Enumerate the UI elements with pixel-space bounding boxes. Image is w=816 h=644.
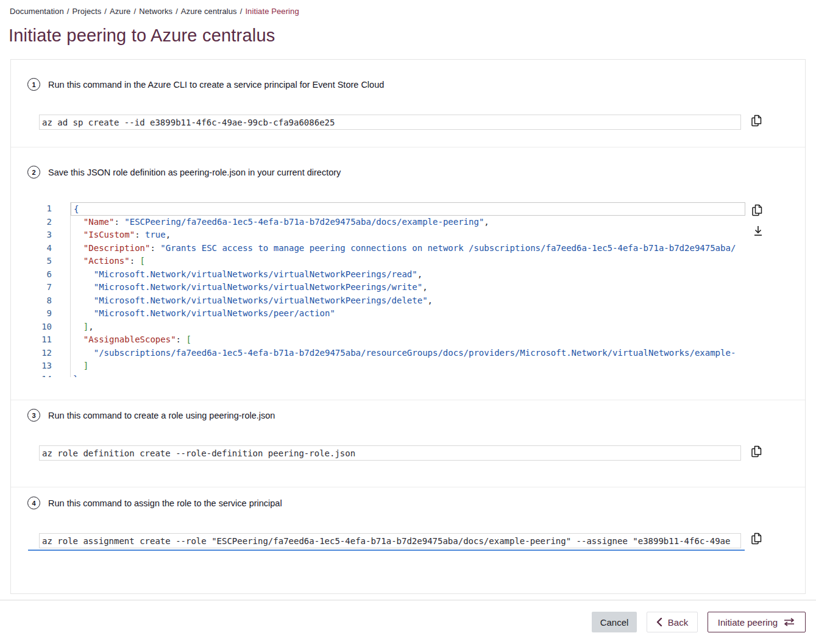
command-input-assign-role[interactable] — [39, 533, 741, 548]
breadcrumb-separator: / — [104, 7, 107, 16]
copy-icon[interactable] — [750, 532, 764, 547]
json-role-editor[interactable]: 1234567891011121314 { "Name": "ESCPeerin… — [39, 202, 745, 377]
initiate-peering-button-label: Initiate peering — [718, 617, 778, 628]
step-instruction: Save this JSON role definition as peerin… — [48, 168, 341, 177]
step-number-badge: 4 — [27, 497, 40, 509]
breadcrumb-separator: / — [133, 7, 136, 16]
cancel-button-label: Cancel — [600, 617, 629, 628]
step-number-badge: 2 — [27, 166, 40, 179]
download-icon-glyph — [752, 224, 764, 238]
breadcrumb-link[interactable]: Projects — [72, 7, 101, 16]
breadcrumb-current: Initiate Peering — [245, 7, 299, 16]
line-number: 8 — [39, 294, 70, 308]
code-line: "Microsoft.Network/virtualNetworks/virtu… — [71, 294, 745, 308]
copy-icon[interactable] — [750, 114, 764, 129]
command-input-create-role[interactable] — [39, 445, 741, 461]
editor-code: { "Name": "ESCPeering/fa7eed6a-1ec5-4efa… — [71, 202, 745, 377]
breadcrumb-link[interactable]: Networks — [139, 7, 172, 16]
wizard-card: 1 Run this command in the Azure CLI to c… — [10, 59, 806, 594]
breadcrumb-link[interactable]: Azure — [110, 7, 130, 16]
horizontal-scrollbar[interactable] — [28, 550, 745, 551]
breadcrumb-link[interactable]: Documentation — [10, 7, 64, 16]
breadcrumb: Documentation/Projects/Azure/Networks/Az… — [10, 7, 299, 16]
line-number: 11 — [39, 333, 70, 347]
code-line: "Description": "Grants ESC access to man… — [71, 242, 745, 255]
breadcrumb-separator: / — [176, 7, 178, 16]
line-number: 6 — [39, 268, 70, 281]
breadcrumb-separator: / — [67, 7, 69, 16]
footer-divider — [0, 600, 816, 601]
code-line: "/subscriptions/fa7eed6a-1ec5-4efa-b71a-… — [71, 347, 745, 360]
arrows-left-right-icon — [783, 618, 795, 626]
copy-icon-glyph — [750, 532, 764, 547]
copy-icon-glyph — [750, 114, 764, 129]
code-line: "IsCustom": true, — [71, 228, 745, 242]
copy-icon-glyph — [751, 203, 764, 218]
code-line: "Microsoft.Network/virtualNetworks/peer/… — [71, 307, 745, 320]
step-instruction: Run this command to create a role using … — [48, 411, 275, 420]
step-number-badge: 1 — [27, 78, 40, 91]
line-number: 3 — [39, 228, 70, 242]
code-line: { — [71, 202, 745, 216]
back-button-label: Back — [668, 617, 688, 628]
line-number: 4 — [39, 242, 70, 255]
step-instruction: Run this command to assign the role to t… — [48, 498, 282, 508]
chevron-left-icon — [656, 618, 662, 626]
line-number: 9 — [39, 307, 70, 320]
line-number: 2 — [39, 216, 70, 229]
code-line: "Name": "ESCPeering/fa7eed6a-1ec5-4efa-b… — [71, 216, 745, 229]
code-line: } — [71, 373, 745, 378]
step-instruction: Run this command in the Azure CLI to cre… — [48, 80, 384, 90]
line-number: 12 — [39, 347, 70, 360]
line-number: 7 — [39, 281, 70, 294]
download-icon[interactable] — [751, 224, 765, 238]
line-number: 14 — [39, 373, 70, 378]
section-divider — [11, 147, 805, 147]
section-divider — [11, 487, 805, 487]
line-number: 1 — [39, 202, 70, 216]
step-number-badge: 3 — [27, 409, 40, 422]
code-line: ], — [71, 320, 745, 334]
code-line: "Microsoft.Network/virtualNetworks/virtu… — [71, 281, 745, 294]
breadcrumb-separator: / — [240, 7, 243, 16]
cancel-button[interactable]: Cancel — [592, 612, 637, 632]
copy-icon-glyph — [750, 445, 764, 459]
code-line: "Actions": [ — [71, 255, 745, 268]
code-line: "Microsoft.Network/virtualNetworks/virtu… — [71, 268, 745, 281]
line-number: 5 — [39, 255, 70, 268]
page-title: Initiate peering to Azure centralus — [9, 26, 275, 46]
initiate-peering-button[interactable]: Initiate peering — [708, 612, 806, 632]
copy-icon[interactable] — [751, 203, 764, 218]
line-number: 13 — [39, 359, 70, 373]
editor-gutter: 1234567891011121314 — [39, 202, 71, 377]
code-line: "AssignableScopes": [ — [71, 333, 745, 347]
section-divider — [11, 400, 805, 400]
copy-icon[interactable] — [750, 445, 764, 459]
breadcrumb-link[interactable]: Azure centralus — [181, 7, 237, 16]
command-input-create-sp[interactable] — [39, 115, 741, 130]
line-number: 10 — [39, 320, 70, 334]
code-line: ] — [71, 359, 745, 373]
back-button[interactable]: Back — [647, 612, 698, 632]
